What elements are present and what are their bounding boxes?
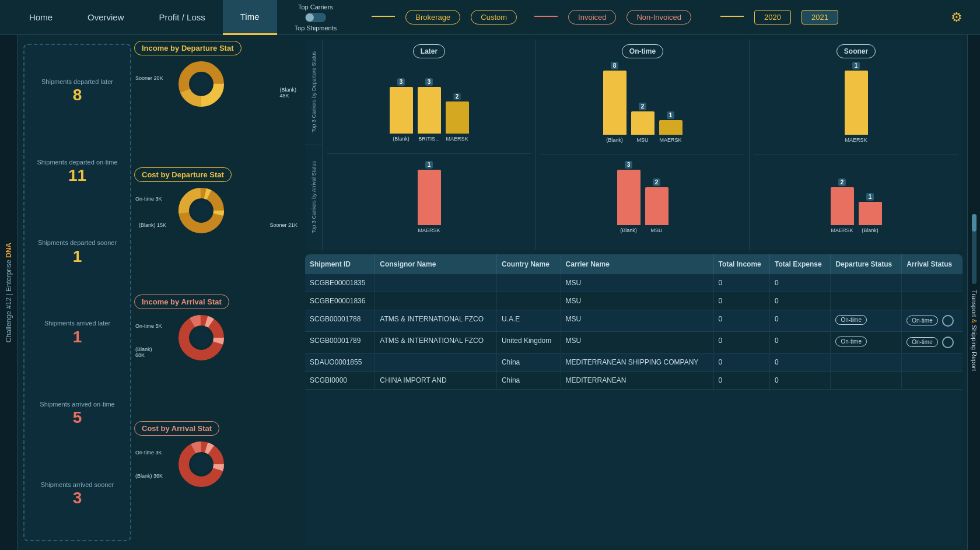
- cell-expense: 0: [770, 292, 831, 310]
- cell-carrier: MEDITERRANEAN: [561, 372, 713, 390]
- cell-expense: 0: [770, 332, 831, 353]
- table-row: SCGBE00001836 MSU 0 0: [305, 292, 963, 310]
- bar-blank-later-dep-rect: [390, 87, 413, 134]
- nav-home[interactable]: Home: [12, 0, 70, 35]
- bar-section-later: Later 3 (Blank) 3 BRITIS... 2: [323, 40, 536, 250]
- cost-arrival-title: Cost by Arrival Stat: [134, 421, 219, 436]
- custom-filter[interactable]: Custom: [471, 10, 517, 24]
- shipments-table-area: Shipment ID Consignor Name Country Name …: [305, 254, 963, 545]
- income-departure-section: Income by Departure Stat Sooner 20K (Bla…: [134, 41, 298, 164]
- bar-maersk-later-arr-val: 1: [425, 161, 433, 169]
- cell-dep-status: [831, 372, 902, 390]
- top-carriers-switch[interactable]: [305, 13, 326, 22]
- stat-departed-sooner-label: Shipments departed sooner: [29, 239, 125, 247]
- bar-maersk-later-arr-name: MAERSK: [418, 227, 440, 233]
- cell-country: China: [496, 353, 561, 372]
- stat-departed-later-label: Shipments departed later: [29, 78, 125, 86]
- donut-label-ontime-3k: On-time 3K: [135, 196, 162, 202]
- status-radio[interactable]: [942, 315, 954, 327]
- bar-maersk-ontime-dep-val: 1: [667, 111, 675, 119]
- cell-arr-status: [902, 372, 963, 390]
- cell-consignor: [375, 353, 497, 372]
- table-row: SCGB00001788 ATMS & INTERNATIONAL FZCO U…: [305, 310, 963, 332]
- stat-departed-sooner-value: 1: [29, 247, 125, 266]
- cell-id: SCGBI0000: [305, 372, 375, 390]
- bar-blank-ontime-arr-name: (Blank): [620, 227, 637, 233]
- stat-departed-ontime-label: Shipments departed on-time: [29, 158, 125, 166]
- cell-dep-status: On-time: [831, 332, 902, 353]
- cost-arrival-donut: On-time 3K (Blank) 36K: [134, 438, 298, 491]
- bar-msu-ontime-arr: 2 MSU: [645, 178, 668, 233]
- scrollbar-track[interactable]: [972, 214, 977, 284]
- filter-group-1: Brokerage Custom: [372, 10, 517, 24]
- bar-maersk-sooner-dep-rect: [845, 71, 868, 135]
- stat-departed-ontime: Shipments departed on-time 11: [29, 158, 125, 185]
- cell-expense: 0: [770, 310, 831, 332]
- filter-group-2: Invoiced Non-Invoiced: [534, 10, 691, 24]
- bar-section-sooner: Sooner 1 MAERSK 2 MAERSK: [750, 40, 963, 250]
- status-radio[interactable]: [942, 337, 954, 348]
- nav-time[interactable]: Time: [223, 0, 277, 35]
- bar-msu-ontime-arr-name: MSU: [651, 227, 663, 233]
- y-label-departure: Top 3 Carriers by Departure Status: [305, 40, 322, 145]
- table-row: SDAUO0001855 China MEDITERRANEAN SHIPPIN…: [305, 353, 963, 372]
- col-total-expense: Total Expense: [770, 254, 831, 274]
- bar-britis-later-dep: 3 BRITIS...: [418, 78, 441, 142]
- invoiced-filter[interactable]: Invoiced: [568, 10, 616, 24]
- table-row: SCGBI0000 CHINA IMPORT AND China MEDITER…: [305, 372, 963, 390]
- income-arrival-svg: [169, 311, 233, 364]
- donut-label-sooner-21k: Sooner 21K: [270, 222, 298, 228]
- nav-overview[interactable]: Overview: [70, 0, 142, 35]
- bar-maersk-later-dep-rect: [446, 101, 469, 134]
- toggle-knob: [306, 13, 314, 22]
- scrollbar-thumb[interactable]: [972, 214, 977, 232]
- table-scroll[interactable]: Shipment ID Consignor Name Country Name …: [305, 254, 963, 545]
- cell-consignor: [375, 274, 497, 292]
- cell-expense: 0: [770, 372, 831, 390]
- income-arrival-title: Income by Arrival Stat: [134, 295, 229, 309]
- cell-country: [496, 274, 561, 292]
- nav-profit-loss[interactable]: Profit / Loss: [142, 0, 223, 35]
- cell-carrier: MSU: [561, 332, 713, 353]
- y-label-arrival: Top 3 Carriers by Arrival Status: [305, 145, 322, 250]
- year-2021-btn[interactable]: 2021: [802, 10, 838, 24]
- brokerage-filter[interactable]: Brokerage: [405, 10, 460, 24]
- cell-country: United Kingdom: [496, 332, 561, 353]
- cell-dep-status: On-time: [831, 310, 902, 332]
- nav-settings-icon[interactable]: ⚙: [945, 6, 968, 29]
- stat-departed-later-value: 8: [29, 86, 125, 104]
- y-axis-labels: Top 3 Carriers by Departure Status Top 3…: [305, 40, 323, 250]
- bar-maersk-later-dep-name: MAERSK: [446, 136, 468, 142]
- arrival-status-pill: On-time: [907, 337, 938, 347]
- year-2020-btn[interactable]: 2020: [754, 10, 791, 24]
- svg-point-3: [192, 75, 211, 93]
- bar-britis-later-dep-rect: [418, 87, 441, 134]
- donut-label-blank-48k: (Blank)48K: [279, 87, 296, 99]
- svg-point-7: [192, 201, 211, 220]
- bar-maersk-later-arr-rect: [418, 170, 441, 225]
- col-departure-status: Departure Status: [831, 254, 902, 274]
- year-filter-group: 2020 2021: [720, 10, 838, 24]
- bar-msu-ontime-dep: 2 MSU: [631, 103, 654, 143]
- cell-dep-status: [831, 274, 902, 292]
- bar-blank-ontime-dep-rect: [603, 71, 626, 135]
- main-layout: Challenge #12 | Enterprise DNA Shipments…: [0, 35, 980, 550]
- stat-arrived-ontime: Shipments arrived on-time 5: [29, 400, 125, 427]
- cell-consignor: CHINA IMPORT AND: [375, 372, 497, 390]
- right-edge: Transport & Shipping Report: [967, 35, 980, 550]
- cell-income: 0: [713, 332, 769, 353]
- bar-msu-ontime-dep-rect: [631, 111, 654, 135]
- transport-label: Transport & Shipping Report: [971, 290, 978, 371]
- non-invoiced-filter[interactable]: Non-Invoiced: [626, 10, 691, 24]
- bar-maersk-ontime-dep-rect: [659, 120, 682, 135]
- bar-maersk-later-arr: 1 MAERSK: [418, 161, 441, 233]
- y-label-departure-text: Top 3 Carriers by Departure Status: [311, 51, 317, 132]
- cost-arrival-section: Cost by Arrival Stat On-time 3K (Blank) …: [134, 421, 298, 544]
- ampersand: &: [971, 319, 978, 323]
- bar-maersk-ontime-dep: 1 MAERSK: [659, 111, 682, 143]
- bar-charts-area: Top 3 Carriers by Departure Status Top 3…: [305, 40, 963, 250]
- cell-id: SCGBE00001835: [305, 274, 375, 292]
- donut-label-blank-36k: (Blank) 36K: [135, 473, 163, 479]
- cell-consignor: ATMS & INTERNATIONAL FZCO: [375, 332, 497, 353]
- bar-maersk-sooner-dep: 1 MAERSK: [845, 62, 868, 143]
